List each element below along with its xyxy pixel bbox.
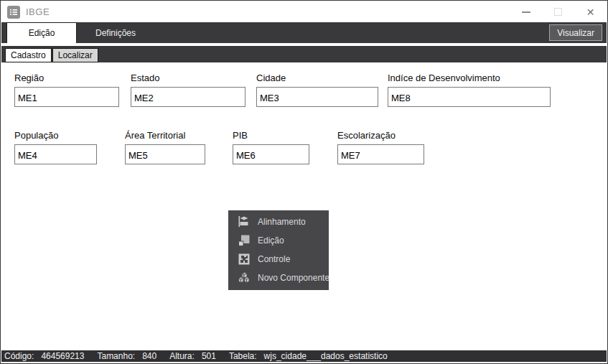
- menu-item-alinhamento[interactable]: Alinhamento: [228, 213, 329, 231]
- menu-item-label: Novo Componente: [258, 273, 329, 283]
- field-indice-label: Indíce de Desenvolvimento: [388, 73, 500, 83]
- tab-edicao[interactable]: Edição: [6, 22, 77, 43]
- status-tamanho-label: Tamanho:: [97, 351, 135, 361]
- field-estado: Estado: [131, 73, 159, 83]
- maximize-button[interactable]: [542, 1, 574, 22]
- menu-item-label: Controle: [258, 254, 290, 264]
- subtab-cadastro[interactable]: Cadastro: [5, 48, 52, 62]
- field-cidade: Cidade: [256, 73, 286, 83]
- edit-icon: [238, 234, 251, 247]
- status-tabela-value: wjs_cidade___dados_estatistico: [264, 351, 388, 361]
- toolbox-menu: Alinhamento Edição Contr: [228, 210, 329, 290]
- field-cidade-label: Cidade: [256, 73, 286, 83]
- app-icon: [7, 6, 20, 19]
- tab-edicao-label: Edição: [29, 28, 55, 38]
- list-icon: [9, 8, 18, 17]
- tab-definicoes[interactable]: Definições: [77, 22, 154, 43]
- status-bar: Código: 464569213 Tamanho: 840 Altura: 5…: [1, 350, 607, 362]
- field-pib-label: PIB: [233, 130, 248, 140]
- field-populacao: População: [14, 130, 58, 140]
- app-window: IBGE ✕ Edição Definições Visualizar Cada…: [0, 0, 608, 364]
- subtab-localizar[interactable]: Localizar: [52, 48, 98, 62]
- field-escolarizacao-input[interactable]: [337, 144, 424, 164]
- menu-item-novo-componente[interactable]: Novo Componente: [228, 269, 329, 287]
- menu-item-label: Alinhamento: [258, 217, 306, 227]
- field-estado-label: Estado: [131, 73, 159, 83]
- visualizar-button-label: Visualizar: [557, 28, 594, 38]
- field-area-input[interactable]: [125, 144, 205, 164]
- subtab-localizar-label: Localizar: [58, 50, 93, 60]
- close-icon: ✕: [586, 6, 595, 18]
- field-area-territorial: Área Territorial: [125, 130, 185, 140]
- status-altura-label: Altura:: [169, 351, 195, 361]
- field-escolarizacao: Escolarização: [337, 130, 396, 140]
- maximize-icon: [554, 8, 562, 16]
- ribbon-tab-bar: Edição Definições Visualizar: [1, 22, 607, 43]
- field-regiao-input[interactable]: [14, 87, 119, 107]
- minimize-button[interactable]: [510, 1, 542, 22]
- menu-item-controle[interactable]: Controle: [228, 250, 329, 269]
- alignment-icon: [238, 215, 251, 228]
- window-controls: ✕: [510, 1, 607, 22]
- status-codigo-value: 464569213: [41, 351, 84, 361]
- status-tabela-label: Tabela:: [229, 351, 257, 361]
- field-escolarizacao-label: Escolarização: [337, 130, 396, 140]
- form-canvas: Região Estado Cidade Indíce de Desenvolv…: [1, 62, 607, 350]
- field-estado-input[interactable]: [131, 87, 245, 107]
- subtab-bar: Cadastro Localizar: [1, 46, 607, 62]
- title-bar: IBGE ✕: [1, 1, 607, 22]
- field-indice-input[interactable]: [388, 87, 551, 107]
- menu-item-label: Edição: [258, 235, 284, 246]
- tab-definicoes-label: Definições: [95, 28, 136, 38]
- status-altura-value: 501: [202, 351, 216, 361]
- close-button[interactable]: ✕: [574, 1, 607, 22]
- control-icon: [238, 253, 251, 266]
- new-component-icon: [238, 271, 251, 284]
- field-indice-desenvolvimento: Indíce de Desenvolvimento: [388, 73, 500, 83]
- subtab-cadastro-label: Cadastro: [11, 50, 46, 60]
- field-pib-input[interactable]: [233, 144, 309, 164]
- field-pib: PIB: [233, 130, 248, 140]
- field-area-label: Área Territorial: [125, 130, 185, 140]
- field-populacao-label: População: [14, 130, 58, 140]
- window-title: IBGE: [26, 6, 50, 17]
- status-tamanho-value: 840: [142, 351, 156, 361]
- field-regiao-label: Região: [14, 73, 44, 83]
- field-populacao-input[interactable]: [14, 144, 97, 164]
- field-cidade-input[interactable]: [256, 87, 378, 107]
- status-codigo-label: Código:: [4, 351, 34, 361]
- field-regiao: Região: [14, 73, 44, 83]
- menu-item-edicao[interactable]: Edição: [228, 231, 329, 250]
- minimize-icon: [522, 11, 530, 13]
- visualizar-button[interactable]: Visualizar: [549, 24, 602, 41]
